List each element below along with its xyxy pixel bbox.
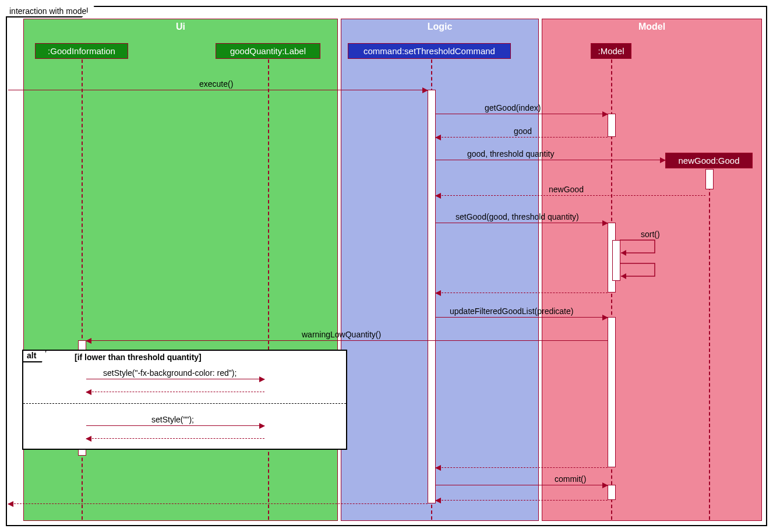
msg-execute	[8, 90, 428, 90]
label-sort: sort()	[641, 230, 660, 239]
msg-warninglow	[86, 340, 608, 341]
label-newgood-return: newGood	[549, 185, 584, 194]
region-logic: Logic	[341, 19, 539, 521]
msg-updatefiltered	[436, 317, 608, 318]
msg-setgood	[436, 223, 608, 223]
msg-setstyle-empty-return	[86, 438, 264, 439]
participant-good-information: :GoodInformation	[35, 43, 128, 59]
label-execute: execute()	[199, 79, 233, 89]
label-updatefiltered: updateFilteredGoodList(predicate)	[450, 306, 573, 316]
activation-model-sort	[612, 240, 620, 281]
msg-commit-return	[436, 500, 608, 501]
participant-good-quantity: goodQuantity:Label	[216, 43, 320, 59]
msg-updatefiltered-return	[436, 467, 608, 468]
alt-divider	[23, 403, 346, 404]
msg-newgood-return	[436, 195, 705, 196]
activation-model-getgood	[608, 114, 616, 137]
msg-good-thresh	[436, 160, 665, 160]
lifeline-good-qty	[268, 59, 269, 520]
msg-setgood-return	[436, 293, 608, 293]
region-logic-title: Logic	[341, 22, 538, 32]
label-getgood: getGood(index)	[485, 103, 541, 112]
activation-model-updatefiltered	[608, 317, 616, 467]
participant-new-good: newGood:Good	[665, 153, 753, 168]
frame-title: interaction with model	[6, 6, 95, 17]
svg-marker-0	[621, 250, 626, 256]
activation-command	[428, 90, 436, 503]
label-good-thresh: good, threshold quantity	[467, 149, 554, 158]
msg-execute-return	[8, 503, 428, 504]
msg-getgood	[436, 114, 608, 114]
svg-marker-1	[621, 273, 626, 279]
label-good-return: good	[514, 126, 532, 136]
diagram-frame: interaction with model Ui Logic Model :G…	[6, 6, 767, 526]
msg-setstyle-red	[86, 379, 264, 379]
label-warninglow: warningLowQuantity()	[302, 330, 381, 339]
participant-model: :Model	[591, 43, 631, 59]
region-model-title: Model	[542, 22, 761, 32]
alt-title: alt	[22, 350, 47, 362]
activation-model-commit	[608, 485, 616, 500]
participant-command: command:setThresholdCommand	[348, 43, 511, 59]
msg-good-return	[436, 137, 608, 138]
region-ui-title: Ui	[24, 22, 337, 32]
label-setstyle-empty: setStyle("");	[151, 415, 194, 424]
activation-newgood	[705, 169, 714, 189]
label-setstyle-red: setStyle("-fx-background-color: red");	[103, 368, 237, 378]
label-setgood: setGood(good, threshold quantity)	[456, 212, 579, 221]
alt-frame: alt [if lower than threshold quantity]	[22, 350, 347, 450]
label-commit: commit()	[555, 474, 586, 484]
lifeline-new-good	[709, 169, 710, 520]
alt-guard: [if lower than threshold quantity]	[75, 353, 202, 362]
msg-sort	[620, 240, 666, 258]
msg-sort-return	[620, 263, 666, 281]
msg-setstyle-red-return	[86, 392, 264, 392]
msg-setstyle-empty	[86, 425, 264, 426]
msg-commit	[436, 485, 608, 485]
